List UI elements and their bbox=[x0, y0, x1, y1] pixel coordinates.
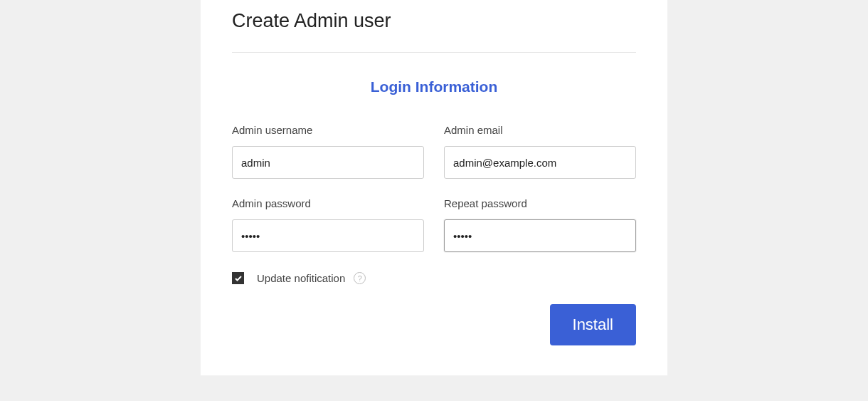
update-notification-checkbox[interactable] bbox=[232, 272, 244, 284]
update-notification-row: Update nofitication ? bbox=[232, 272, 636, 284]
actions-row: Install bbox=[232, 304, 636, 345]
field-email: Admin email bbox=[444, 124, 636, 179]
update-notification-label: Update nofitication bbox=[257, 272, 345, 284]
username-label: Admin username bbox=[232, 124, 424, 136]
field-password: Admin password bbox=[232, 197, 424, 252]
field-username: Admin username bbox=[232, 124, 424, 179]
form-grid: Admin username Admin email Admin passwor… bbox=[232, 124, 636, 252]
check-icon bbox=[234, 274, 243, 283]
username-input[interactable] bbox=[232, 146, 424, 179]
email-label: Admin email bbox=[444, 124, 636, 136]
help-icon[interactable]: ? bbox=[354, 272, 366, 284]
password-input[interactable] bbox=[232, 219, 424, 252]
repeat-password-label: Repeat password bbox=[444, 197, 636, 209]
install-button[interactable]: Install bbox=[550, 304, 636, 345]
divider bbox=[232, 52, 636, 53]
section-title: Login Information bbox=[232, 78, 636, 95]
admin-setup-card: Create Admin user Login Information Admi… bbox=[201, 0, 667, 375]
email-input[interactable] bbox=[444, 146, 636, 179]
field-repeat-password: Repeat password bbox=[444, 197, 636, 252]
repeat-password-input[interactable] bbox=[444, 219, 636, 252]
page-title: Create Admin user bbox=[232, 0, 636, 52]
password-label: Admin password bbox=[232, 197, 424, 209]
